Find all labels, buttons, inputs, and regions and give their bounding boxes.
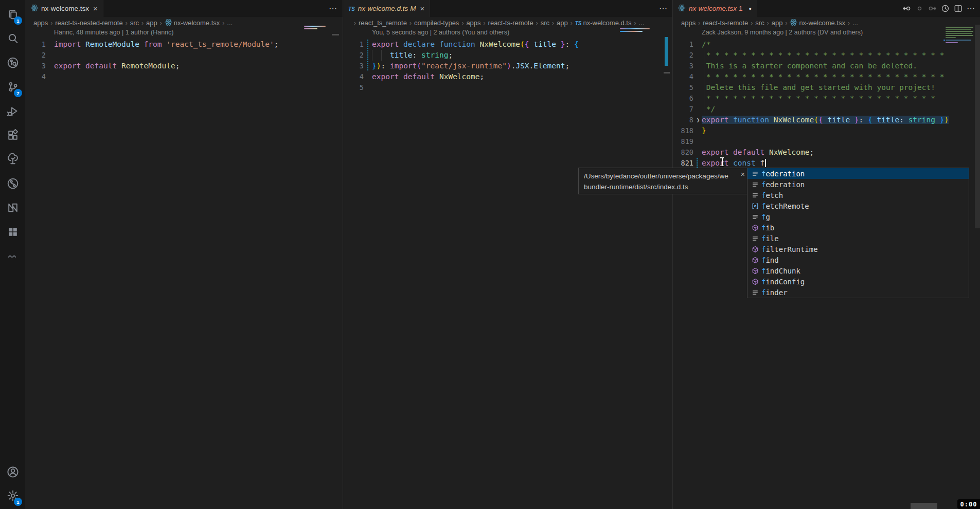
suggest-item[interactable]: file — [747, 233, 969, 244]
code-line[interactable]: 820export default NxWelcome; — [673, 147, 980, 158]
editor-pane[interactable]: Hanric, 48 minutes ago | 1 author (Hanri… — [25, 29, 343, 509]
breadcrumb-item[interactable]: apps — [681, 19, 696, 27]
close-icon[interactable]: × — [741, 170, 745, 178]
minimap[interactable] — [620, 28, 650, 29]
minimap[interactable] — [946, 26, 974, 48]
code-line[interactable]: 5 Delete this file and get started with … — [673, 82, 980, 93]
activity-item-nx-console[interactable] — [0, 196, 25, 219]
scrollbar-vertical[interactable] — [975, 25, 980, 228]
code-line[interactable]: 4 — [25, 71, 343, 82]
breadcrumb-item[interactable]: react_ts_remote — [359, 19, 407, 27]
more-icon[interactable]: ⋯ — [967, 4, 975, 13]
activity-item-source-control[interactable]: 7 — [0, 76, 25, 98]
breadcrumb-item[interactable]: nx-welcome.tsx — [790, 19, 845, 28]
activity-item-run-debug[interactable] — [0, 100, 25, 122]
suggest-item[interactable]: finder — [747, 287, 969, 298]
breadcrumb-item[interactable]: src — [130, 19, 139, 27]
code-line[interactable]: 2 — [25, 50, 343, 61]
code-line[interactable]: 1export declare function NxWelcome({ tit… — [343, 39, 673, 50]
code-line[interactable]: 818} — [673, 125, 980, 136]
gitlens-blame-codelens[interactable]: You, 5 seconds ago | 2 authors (You and … — [372, 29, 673, 39]
close-icon[interactable]: × — [93, 5, 98, 12]
more-icon[interactable]: ⋯ — [329, 4, 337, 13]
code-line[interactable]: 819 — [673, 136, 980, 147]
fold-chevron-icon[interactable]: ❯ — [694, 115, 702, 125]
code-line[interactable]: 821export const f — [673, 158, 980, 169]
breadcrumb-item[interactable]: app — [146, 19, 157, 27]
editor-pane[interactable]: You, 5 seconds ago | 2 authors (You and … — [343, 29, 673, 509]
split-icon[interactable] — [954, 4, 963, 13]
breadcrumb-item[interactable]: src — [755, 19, 764, 27]
breadcrumb-item[interactable]: apps — [466, 19, 480, 27]
scrollbar-horizontal[interactable] — [911, 503, 937, 509]
activity-badge: 1 — [14, 16, 22, 25]
activity-item-grid[interactable] — [0, 221, 25, 243]
code-line[interactable]: 2 * * * * * * * * * * * * * * * * * * * … — [673, 50, 980, 61]
next-change-icon[interactable] — [928, 4, 937, 13]
suggest-item[interactable]: filterRuntime — [747, 244, 969, 254]
breadcrumb-item[interactable]: src — [541, 19, 549, 27]
breadcrumb-item[interactable]: app — [772, 19, 783, 27]
code-line[interactable]: 1import RemoteModule from 'react_ts_remo… — [25, 39, 343, 50]
code-line[interactable]: 7 */ — [673, 104, 980, 115]
tab-nx-welcome.tsx[interactable]: nx-welcome.tsx1● — [673, 0, 757, 17]
minimap[interactable] — [304, 26, 326, 27]
activity-item-extensions[interactable] — [0, 124, 25, 147]
code-line[interactable]: 3 This is a starter component and can be… — [673, 61, 980, 71]
activity-item-commit-graph[interactable] — [0, 172, 25, 195]
suggest-item[interactable]: fetchRemote — [747, 201, 969, 211]
code-text — [54, 50, 59, 61]
suggest-item[interactable]: findChunk — [747, 265, 969, 276]
suggest-item[interactable]: federation — [747, 179, 969, 190]
minimap[interactable] — [620, 31, 643, 32]
code-line[interactable]: 3}): import("react/jsx-runtime").JSX.Ele… — [343, 61, 673, 71]
gitlens-blame-codelens[interactable]: Zack Jackson, 9 months ago | 2 authors (… — [702, 29, 980, 39]
activity-item-testing-tree[interactable] — [0, 148, 25, 171]
activity-item-explorer[interactable]: 1 — [0, 3, 25, 26]
breadcrumb-item[interactable]: ... — [852, 19, 858, 27]
suggest-item[interactable]: fg — [747, 211, 969, 222]
suggest-item[interactable]: findConfig — [747, 276, 969, 287]
code-line[interactable]: 4 * * * * * * * * * * * * * * * * * * * … — [673, 71, 980, 82]
suggest-item[interactable]: federation — [747, 168, 969, 179]
breadcrumb-item[interactable]: TSnx-welcome.d.ts — [575, 19, 632, 27]
activity-item-squiggle[interactable] — [0, 245, 25, 267]
activity-item-settings[interactable]: 1 — [0, 484, 25, 507]
suggest-method-icon — [750, 224, 760, 231]
breadcrumb-item[interactable]: react-ts-nested-remote — [55, 19, 123, 27]
suggest-item[interactable]: fetch — [747, 190, 969, 201]
code-line[interactable]: 2 title: string; — [343, 50, 673, 61]
circle-icon[interactable] — [915, 4, 924, 13]
breadcrumb-item[interactable]: ... — [227, 19, 233, 27]
breadcrumb-item[interactable]: ... — [638, 19, 644, 27]
activity-item-accounts[interactable] — [0, 461, 25, 483]
activity-item-search[interactable] — [0, 27, 25, 50]
breadcrumb-item[interactable]: apps — [33, 19, 48, 27]
history-icon[interactable] — [941, 4, 950, 13]
suggest-item[interactable]: find — [747, 254, 969, 265]
suggest-label: findConfig — [761, 278, 805, 286]
breadcrumb-item[interactable]: compiled-types — [414, 19, 459, 27]
breadcrumb-item[interactable]: app — [557, 19, 568, 27]
code-line[interactable]: 6 * * * * * * * * * * * * * * * * * * * … — [673, 93, 980, 104]
suggest-item[interactable]: fib — [747, 222, 969, 233]
gitlens-blame-codelens[interactable]: Hanric, 48 minutes ago | 1 author (Hanri… — [54, 29, 343, 39]
minimap[interactable] — [304, 28, 317, 29]
activity-item-gitlens-inspect[interactable] — [0, 51, 25, 74]
code-line[interactable]: 8❯export function NxWelcome({ title }: {… — [673, 115, 980, 125]
more-icon[interactable]: ⋯ — [659, 4, 668, 13]
code-line[interactable]: 4export default NxWelcome; — [343, 71, 673, 82]
code-line[interactable]: 5 — [343, 82, 673, 93]
tab-nx-welcome.d.ts[interactable]: TSnx-welcome.d.tsM× — [343, 0, 430, 17]
breadcrumb-item[interactable]: react-ts-remote — [488, 19, 533, 27]
line-number: 4 — [673, 71, 693, 82]
close-icon[interactable]: × — [420, 5, 425, 12]
breadcrumb-item[interactable]: nx-welcome.tsx — [165, 19, 220, 28]
breadcrumb-item[interactable]: react-ts-remote — [703, 19, 748, 27]
code-line[interactable]: 1/* — [673, 39, 980, 50]
code-line[interactable]: 3export default RemoteModule; — [25, 61, 343, 71]
prev-change-icon[interactable] — [902, 4, 911, 13]
code-text — [54, 71, 59, 82]
modified-dot-icon[interactable]: ● — [749, 6, 752, 11]
tab-nx-welcome.tsx[interactable]: nx-welcome.tsx× — [25, 0, 103, 17]
